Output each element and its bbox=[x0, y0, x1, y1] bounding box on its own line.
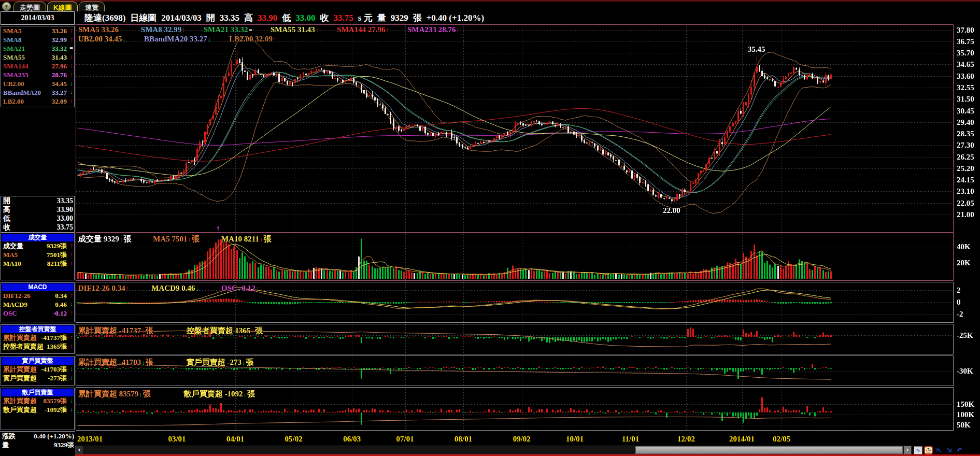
title-low-value: 33.00 bbox=[295, 13, 315, 23]
down-arrow-icon: ↓ bbox=[243, 390, 248, 398]
macd-info-panel: MACD DIF12-260.34↑ MACD90.46↓ OSC-0.12↑ bbox=[1, 282, 75, 322]
tab-trend-chart[interactable]: 走勢圖 bbox=[13, 2, 46, 11]
down-arrow-icon: ↓ bbox=[138, 390, 143, 398]
change-row: 漲跌0.40 (+1.20%) bbox=[0, 432, 75, 440]
bigplayer-overlay: 累計買賣超 -41703↓張 實戶買賣超 -273↓張 bbox=[78, 358, 254, 367]
sma-row: LB2.0032.09↑ bbox=[1, 97, 74, 106]
horizontal-scrollbar[interactable]: ‹ › bbox=[75, 446, 912, 454]
sma-row: SMA5531.43↑ bbox=[1, 53, 74, 62]
retail-day-row: 散戶買賣超-1092張↓ bbox=[1, 405, 74, 414]
volume-info-panel: 成交量 成交量9329張↑ MA57501張↑ MA108211張↑ bbox=[1, 233, 75, 280]
up-arrow-icon: ↑ bbox=[188, 235, 192, 243]
title-seg: 張 bbox=[413, 12, 422, 24]
panel-header[interactable]: 散戶買賣盤 bbox=[2, 389, 74, 396]
close-row: 收33.75 bbox=[1, 223, 74, 232]
broker-cum-row: 累計買賣超-41737張↑ bbox=[1, 333, 74, 342]
down-arrow-icon: ↓ bbox=[67, 406, 73, 414]
broker-info-panel: 控盤者買賣盤 累計買賣超-41737張↑ 控盤者買賣超1365張↑ bbox=[1, 324, 75, 354]
up-arrow-icon: ↑ bbox=[67, 334, 73, 341]
down-arrow-icon: ↓ bbox=[67, 301, 73, 308]
panel-header[interactable]: 實戶買賣盤 bbox=[2, 357, 74, 365]
high-row: 高33.90 bbox=[1, 205, 74, 214]
up-arrow-icon: ↑ bbox=[67, 343, 73, 350]
sma-row: BBandMA2033.27↓ bbox=[1, 88, 74, 97]
low-row: 低33.00 bbox=[1, 214, 74, 223]
date-box[interactable]: 2014/03/03 bbox=[1, 11, 75, 25]
down-arrow-icon: ↓ bbox=[207, 35, 212, 43]
down-arrow-icon: ↓ bbox=[195, 284, 200, 292]
title-close-value: 33.75 bbox=[334, 13, 353, 23]
up-arrow-icon: ↑ bbox=[67, 53, 73, 61]
down-arrow-icon: ↓ bbox=[67, 365, 73, 373]
open-row: 開33.35 bbox=[1, 196, 74, 205]
panel-header[interactable]: 成交量 bbox=[2, 234, 74, 241]
down-arrow-icon: ↓ bbox=[141, 359, 146, 366]
title-seg: 日線圖 bbox=[130, 12, 157, 24]
chevron-down-icon[interactable]: ▼ bbox=[2, 2, 11, 11]
sma-row: SMA832.99↑ bbox=[1, 35, 74, 44]
up-arrow-icon: ↑ bbox=[125, 284, 130, 292]
up-arrow-icon: ↑ bbox=[273, 35, 277, 43]
clock-icon[interactable]: ◷ bbox=[924, 446, 933, 454]
panel-header[interactable]: 控盤者買賣盤 bbox=[2, 325, 74, 333]
up-arrow-icon: ↑ bbox=[67, 71, 73, 79]
scroll-left-icon[interactable]: ‹ bbox=[76, 446, 83, 454]
tab-quick-view[interactable]: 速覽 bbox=[79, 2, 105, 11]
stock-chart-app: ▼ 走勢圖 K線圖 速覽 隆達(3698) 日線圖 2014/03/03 開 3… bbox=[0, 0, 980, 456]
bigplayer-day-row: 實戶買賣超-273張↓ bbox=[1, 374, 74, 382]
chart-toolbar: ∿ ◷ ⇱ ⇲ ↶ bbox=[914, 446, 964, 454]
bigplayer-cum-row: 累計買賣超-41703張↓ bbox=[1, 365, 74, 374]
sma-row: SMA14427.96↑ bbox=[1, 62, 74, 70]
equal-icon: = bbox=[67, 45, 73, 52]
ohlc-panel: 開33.35 高33.90 低33.00 收33.75 bbox=[1, 196, 75, 233]
sma-row: SMA533.26↑ bbox=[1, 26, 74, 35]
expand-icon[interactable]: ⇲ bbox=[945, 446, 954, 454]
broker-overlay: 累計買賣超 -41737↑張 控盤者買賣超 1365↑張 bbox=[78, 326, 263, 336]
indicator-icon[interactable]: ∿ bbox=[914, 446, 922, 454]
title-seg: 隆達(3698) bbox=[84, 12, 125, 24]
price-overlay-row2: UB2.00 34.45↓ BBandMA20 33.27↓ LB2.00 32… bbox=[78, 35, 277, 44]
down-arrow-icon: ↓ bbox=[122, 35, 127, 43]
up-arrow-icon: ↑ bbox=[255, 284, 260, 292]
panel-header[interactable]: MACD bbox=[2, 283, 74, 291]
bigplayer-info-panel: 實戶買賣盤 累計買賣超-41703張↓ 實戶買賣超-273張↓ bbox=[1, 356, 75, 386]
volume-ma5-row: MA57501張↑ bbox=[1, 250, 74, 259]
title-seg: 收 bbox=[320, 12, 329, 24]
equal-icon: = bbox=[248, 26, 253, 34]
retail-info-panel: 散戶買賣盤 累計買賣超83579張↓ 散戶買賣超-1092張↓ bbox=[1, 388, 75, 430]
up-arrow-icon: ↑ bbox=[67, 242, 73, 250]
title-seg: 2014/03/03 bbox=[161, 13, 201, 23]
undo-icon[interactable]: ↶ bbox=[955, 446, 964, 454]
macd9-row: MACD90.46↓ bbox=[1, 300, 74, 309]
title-high-value: 33.90 bbox=[258, 13, 277, 23]
dif-row: DIF12-260.34↑ bbox=[1, 291, 74, 300]
tab-bar: ▼ 走勢圖 K線圖 速覽 bbox=[1, 1, 106, 11]
title-seg: s 元 bbox=[358, 12, 373, 24]
macd-overlay: DIF12-26 0.34↑ MACD9 0.46↓ OSC -0.12↑ bbox=[78, 284, 260, 293]
tab-kline-chart[interactable]: K線圖 bbox=[47, 2, 78, 11]
title-seg: 開 bbox=[206, 12, 215, 24]
volume-row: 成交量9329張↑ bbox=[1, 241, 74, 250]
scrollbar-thumb[interactable] bbox=[635, 446, 903, 454]
scroll-right-icon[interactable]: › bbox=[904, 446, 911, 454]
up-arrow-icon: ↑ bbox=[181, 26, 186, 34]
up-arrow-icon: ↑ bbox=[67, 36, 73, 44]
osc-row: OSC-0.12↑ bbox=[1, 309, 74, 318]
up-arrow-icon: ↑ bbox=[456, 26, 460, 34]
up-arrow-icon: ↑ bbox=[119, 26, 123, 34]
down-arrow-icon: ↓ bbox=[67, 80, 73, 88]
down-arrow-icon: ↓ bbox=[67, 397, 73, 405]
title-seg: 量 bbox=[377, 12, 386, 24]
up-arrow-icon: ↑ bbox=[67, 309, 73, 317]
down-arrow-icon: ↓ bbox=[67, 89, 73, 96]
down-arrow-icon: ↓ bbox=[67, 374, 73, 382]
sma-row: SMA2133.32= bbox=[1, 44, 74, 53]
volume-ma10-row: MA108211張↑ bbox=[1, 259, 74, 268]
retail-overlay: 累計買賣超 83579↓張 散戶買賣超 -1092↓張 bbox=[78, 389, 255, 399]
up-arrow-icon: ↑ bbox=[67, 292, 73, 300]
shrink-icon[interactable]: ⇱ bbox=[934, 446, 943, 454]
volume-overlay: 成交量 9329↑張 MA5 7501↑張 MA10 8211↑張 bbox=[78, 234, 271, 244]
title-volume-value: 9329 bbox=[391, 13, 408, 23]
sma-row: UB2.0034.45↓ bbox=[1, 79, 74, 88]
down-arrow-icon: ↓ bbox=[242, 359, 246, 366]
